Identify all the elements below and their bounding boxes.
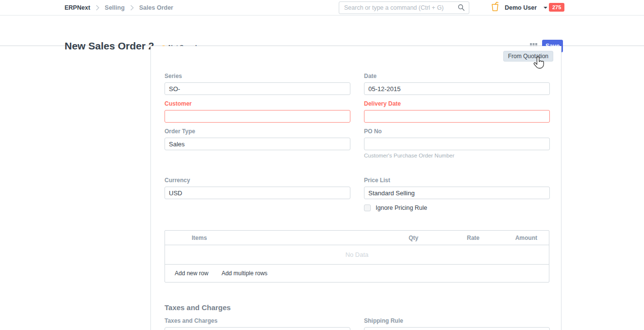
shipping-rule-input[interactable]	[364, 327, 550, 330]
column-header-amount: Amount	[479, 235, 537, 241]
column-header-rate: Rate	[418, 235, 479, 241]
delivery-date-field: Delivery Date	[364, 100, 550, 123]
drink-cup-icon[interactable]	[491, 1, 499, 14]
order-type-input[interactable]	[165, 138, 350, 150]
search-input[interactable]	[339, 1, 469, 14]
notification-count-badge[interactable]: 275	[549, 3, 564, 12]
price-list-field: Price List	[364, 177, 550, 199]
taxes-and-charges-input[interactable]	[165, 327, 350, 330]
order-type-field: Order Type	[165, 128, 350, 150]
form-layout: From Quotation Series Date Customer Deli…	[150, 46, 561, 330]
customer-label: Customer	[165, 100, 350, 107]
po-no-input[interactable]	[364, 138, 550, 150]
ignore-pricing-rule-checkbox[interactable]	[364, 204, 371, 211]
taxes-section-heading: Taxes and Charges	[165, 303, 231, 312]
currency-label: Currency	[165, 177, 350, 184]
date-label: Date	[364, 73, 550, 79]
currency-input[interactable]	[165, 187, 350, 199]
order-type-label: Order Type	[165, 128, 350, 135]
shipping-rule-label: Shipping Rule	[364, 317, 550, 324]
taxes-and-charges-field: Taxes and Charges	[165, 317, 350, 330]
breadcrumb-home[interactable]: ERPNext	[65, 4, 90, 11]
series-label: Series	[165, 73, 350, 79]
price-list-label: Price List	[364, 177, 550, 184]
top-navbar: ERPNext Selling Sales Order Demo User 27	[0, 0, 644, 16]
shipping-rule-field: Shipping Rule	[364, 317, 550, 330]
user-menu[interactable]: Demo User	[491, 0, 547, 15]
items-table: Items Qty Rate Amount No Data Add new ro…	[165, 230, 549, 283]
items-table-header: Items Qty Rate Amount	[165, 231, 549, 245]
breadcrumb-module[interactable]: Selling	[105, 4, 125, 11]
delivery-date-input[interactable]	[364, 110, 550, 123]
breadcrumb-doctype[interactable]: Sales Order	[139, 4, 173, 11]
ignore-pricing-rule-field[interactable]: Ignore Pricing Rule	[364, 204, 427, 211]
page-body: From Quotation Series Date Customer Deli…	[0, 46, 644, 330]
series-input[interactable]	[165, 82, 350, 95]
global-search	[339, 1, 469, 14]
user-name-label: Demo User	[505, 4, 537, 11]
currency-field: Currency	[165, 177, 350, 199]
price-list-input[interactable]	[364, 187, 550, 199]
items-table-footer: Add new row Add multiple rows	[165, 265, 549, 282]
chevron-right-icon	[96, 5, 99, 11]
column-header-items: Items	[165, 235, 363, 241]
breadcrumb: ERPNext Selling Sales Order	[65, 0, 173, 15]
date-input[interactable]	[364, 82, 550, 95]
page-header: New Sales Order 2 Not Saved Save	[0, 16, 644, 46]
items-table-empty-state: No Data	[165, 245, 549, 265]
search-icon[interactable]	[458, 4, 465, 13]
ignore-pricing-rule-label: Ignore Pricing Rule	[376, 204, 427, 211]
chevron-down-icon	[544, 7, 547, 9]
series-field: Series	[165, 73, 350, 95]
add-multiple-rows-button[interactable]: Add multiple rows	[221, 270, 267, 277]
from-quotation-button[interactable]: From Quotation	[503, 51, 553, 62]
chevron-right-icon	[130, 5, 134, 11]
date-field: Date	[364, 73, 550, 95]
po-no-label: PO No	[364, 128, 550, 135]
delivery-date-label: Delivery Date	[364, 100, 550, 107]
po-no-description: Customer's Purchase Order Number	[364, 153, 550, 158]
po-no-field: PO No Customer's Purchase Order Number	[364, 128, 550, 158]
column-header-qty: Qty	[363, 235, 418, 241]
add-new-row-button[interactable]: Add new row	[175, 270, 208, 277]
customer-field: Customer	[165, 100, 350, 123]
customer-input[interactable]	[165, 110, 350, 123]
taxes-and-charges-label: Taxes and Charges	[165, 317, 350, 324]
